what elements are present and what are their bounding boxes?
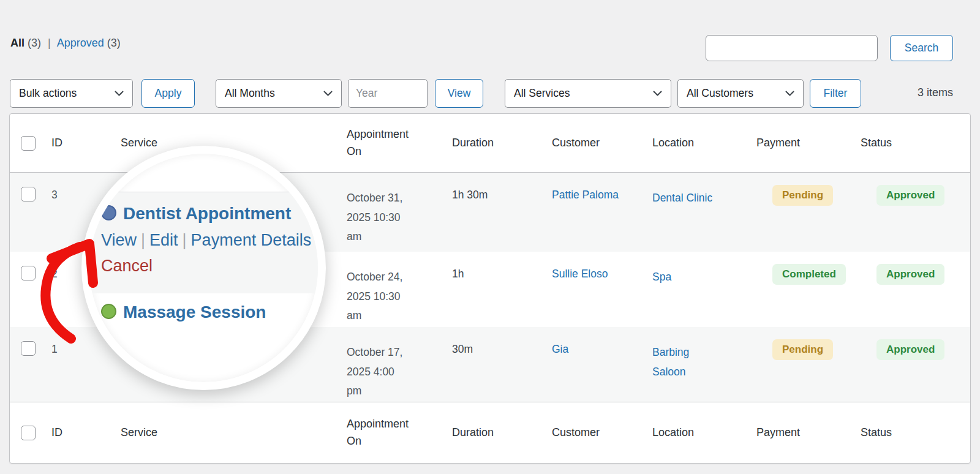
magnified-row-divider [89, 192, 318, 192]
filter-button[interactable]: Filter [810, 79, 861, 108]
chevron-down-icon [785, 91, 794, 96]
column-footer-customer[interactable]: Customer [552, 402, 652, 463]
search-button[interactable]: Search [890, 35, 953, 61]
column-header-id[interactable]: ID [51, 114, 121, 172]
customer-link[interactable]: Gia [552, 343, 568, 355]
service-name-link[interactable]: Massage Session [123, 303, 266, 322]
filter-all-count: (3) [28, 37, 41, 49]
subset-filters: All (3) | Approved (3) [10, 37, 121, 50]
magnifier-zoom-overlay: Dentist Appointment View|Edit|Payment De… [81, 146, 326, 390]
column-footer-service[interactable]: Service [121, 402, 347, 463]
row-duration: 1h 30m [452, 173, 552, 252]
column-header-duration[interactable]: Duration [452, 114, 552, 172]
column-header-customer[interactable]: Customer [552, 114, 652, 172]
bulk-actions-select[interactable]: Bulk actions [10, 79, 133, 108]
bulk-actions-label: Bulk actions [19, 87, 77, 100]
year-input[interactable] [348, 79, 428, 108]
row-appointment-on: October 24, 2025 10:30 am [347, 252, 452, 327]
row-appointment-on: October 17, 2025 4:00 pm [347, 327, 452, 402]
search-input[interactable] [706, 35, 878, 61]
location-link[interactable]: Dental Clinic [652, 189, 712, 208]
customer-link[interactable]: Pattie Paloma [552, 189, 619, 201]
row-checkbox[interactable] [21, 187, 36, 201]
status-badge: Approved [876, 339, 944, 360]
column-footer-id[interactable]: ID [51, 402, 121, 463]
column-header-location[interactable]: Location [652, 114, 756, 172]
items-count: 3 items [918, 86, 953, 99]
service-color-dot-blue [101, 205, 116, 220]
all-months-label: All Months [225, 87, 275, 100]
customer-link[interactable]: Sullie Eloso [552, 268, 608, 280]
row-duration: 30m [452, 327, 552, 402]
filter-all-link[interactable]: All [10, 37, 24, 49]
chevron-down-icon [115, 91, 124, 96]
row-action-edit[interactable]: Edit [149, 231, 178, 249]
view-button[interactable]: View [435, 79, 483, 108]
appointments-admin-page: All (3) | Approved (3) Search Bulk actio… [0, 0, 980, 474]
row-action-separator: | [315, 231, 320, 249]
all-months-select[interactable]: All Months [216, 79, 342, 108]
location-link[interactable]: Spa [652, 268, 671, 287]
service-name-link[interactable]: Dentist Appointment [123, 204, 291, 224]
column-header-appointment-on[interactable]: Appointment On [347, 114, 452, 172]
column-footer-payment[interactable]: Payment [756, 402, 861, 463]
all-customers-select[interactable]: All Customers [677, 79, 804, 108]
all-services-select[interactable]: All Services [505, 79, 671, 108]
payment-badge: Pending [772, 339, 833, 360]
service-color-dot-green [101, 304, 116, 319]
row-action-cancel[interactable]: Cancel [101, 257, 153, 276]
row-action-separator: | [141, 231, 145, 249]
table-footer-row: ID Service Appointment On Duration Custo… [10, 402, 970, 463]
row-checkbox[interactable] [21, 341, 36, 356]
status-badge: Approved [876, 264, 944, 285]
payment-badge: Pending [772, 185, 833, 206]
payment-badge: Completed [772, 264, 846, 285]
row-duration: 1h [452, 252, 552, 327]
apply-button[interactable]: Apply [141, 79, 195, 108]
all-customers-label: All Customers [687, 87, 753, 100]
column-header-status[interactable]: Status [861, 114, 970, 172]
filter-approved-count: (3) [107, 37, 121, 49]
column-footer-status[interactable]: Status [861, 402, 970, 463]
column-header-payment[interactable]: Payment [756, 114, 861, 172]
column-footer-duration[interactable]: Duration [452, 402, 552, 463]
filter-separator: | [48, 37, 51, 49]
row-appointment-on: October 31, 2025 10:30 am [347, 173, 452, 252]
row-action-payment-details[interactable]: Payment Details [191, 231, 312, 249]
row-checkbox[interactable] [21, 266, 36, 280]
chevron-down-icon [653, 91, 662, 96]
select-all-checkbox[interactable] [21, 136, 36, 151]
row-action-view[interactable]: View [101, 231, 137, 249]
row-actions: View|Edit|Payment Details| [101, 231, 324, 250]
status-badge: Approved [876, 185, 944, 206]
column-footer-location[interactable]: Location [652, 402, 756, 463]
location-link[interactable]: Barbing Saloon [652, 343, 721, 382]
select-all-checkbox[interactable] [21, 426, 36, 440]
filter-approved-link[interactable]: Approved [57, 37, 104, 49]
column-footer-appointment-on[interactable]: Appointment On [347, 402, 452, 463]
row-action-separator: | [183, 231, 187, 249]
chevron-down-icon [323, 91, 333, 96]
all-services-label: All Services [514, 87, 570, 100]
